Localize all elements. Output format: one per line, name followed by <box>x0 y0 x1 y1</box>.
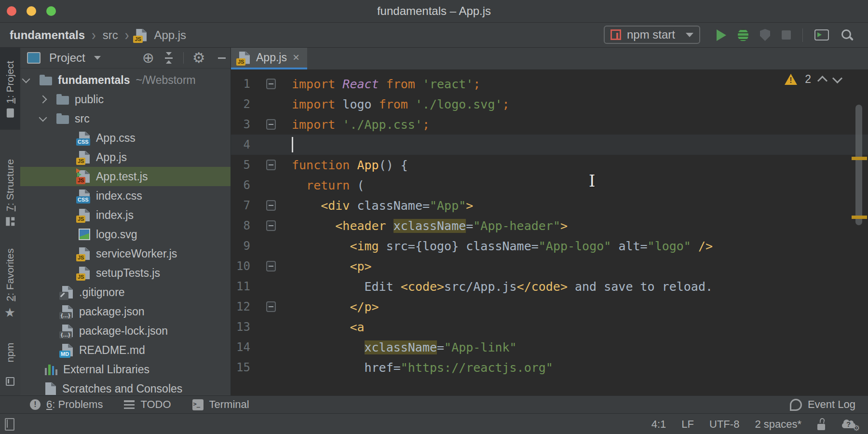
warning-stripe-mark[interactable] <box>852 216 867 219</box>
cloud-settings-icon[interactable]: ?⚙ <box>842 418 858 431</box>
close-tab-icon[interactable]: × <box>293 52 299 63</box>
breadcrumb: fundamentals › src › JS App.js <box>10 23 186 47</box>
chevron-down-icon[interactable] <box>94 56 101 60</box>
code-line-7[interactable]: 7 <div className="App"> <box>231 195 868 216</box>
tool-window-button-misc[interactable] <box>0 372 20 391</box>
tree-row-app-test-js[interactable]: JSApp.test.js <box>20 167 231 186</box>
chevron-down-icon[interactable] <box>22 75 30 83</box>
tree-row-fundamentals[interactable]: fundamentals~/Webstorm <box>20 70 231 90</box>
editor-scrollbar[interactable] <box>855 105 862 225</box>
debug-button[interactable] <box>738 29 748 41</box>
tree-row-index-js[interactable]: JSindex.js <box>20 205 231 225</box>
tree-row-readme-md[interactable]: MDREADME.md <box>20 340 231 360</box>
title-bar[interactable]: fundamentals – App.js <box>0 0 868 23</box>
line-separator[interactable]: LF <box>681 418 694 431</box>
collapse-all-icon[interactable] <box>163 52 175 64</box>
tree-row-logo-svg[interactable]: logo.svg <box>20 225 231 244</box>
fold-marker-icon[interactable] <box>266 160 276 170</box>
next-warning-icon[interactable] <box>832 73 842 83</box>
code-text: xclassName="App-link" <box>292 340 517 354</box>
status-bar-widgets: 4:1 LF UTF-8 2 spaces* ?⚙ <box>651 418 858 431</box>
breadcrumb-project[interactable]: fundamentals <box>10 28 85 42</box>
tool-window-button-todo[interactable]: TODO <box>124 398 171 411</box>
structure-icon <box>6 217 14 226</box>
locate-file-icon[interactable]: ⊕ <box>142 51 154 65</box>
tool-window-toggle-icon[interactable] <box>5 418 14 431</box>
line-number: 10 <box>231 259 250 273</box>
line-number: 15 <box>231 361 250 374</box>
tab-appjs[interactable]: JS App.js × <box>231 48 307 69</box>
run-anything-button[interactable] <box>814 29 829 41</box>
line-number: 11 <box>231 280 250 293</box>
tree-row-src[interactable]: src <box>20 109 231 128</box>
code-line-9[interactable]: 9 <img src={logo} className="App-logo" a… <box>231 236 868 256</box>
line-number: 4 <box>231 138 250 151</box>
project-icon <box>7 108 14 118</box>
code-line-11[interactable]: 11 Edit <code>src/App.js</code> and save… <box>231 276 868 297</box>
tree-row-app-css[interactable]: CSSApp.css <box>20 128 231 148</box>
code-line-3[interactable]: 3import './App.css'; <box>231 114 868 135</box>
tool-window-button-favorites[interactable]: ★2: Favorites <box>0 240 20 326</box>
chevron-down-icon[interactable] <box>39 114 47 122</box>
folder-icon <box>40 77 52 85</box>
run-button[interactable] <box>717 29 726 41</box>
previous-warning-icon[interactable] <box>817 76 827 86</box>
tree-item-label: External Libraries <box>63 363 149 376</box>
tool-window-button-project[interactable]: 1: Project <box>0 48 20 130</box>
hide-panel-icon[interactable] <box>218 57 226 59</box>
breadcrumb-file[interactable]: App.js <box>154 28 186 42</box>
code-line-14[interactable]: 14 xclassName="App-link" <box>231 337 868 357</box>
tree-row-public[interactable]: public <box>20 90 231 109</box>
tool-window-button-problems[interactable]: 6: Problems <box>30 398 103 411</box>
unlock-icon[interactable] <box>817 418 827 431</box>
tree-row-app-js[interactable]: JSApp.js <box>20 148 231 167</box>
indent-style[interactable]: 2 spaces* <box>755 418 801 431</box>
code-line-6[interactable]: 6 return ( <box>231 175 868 195</box>
chevron-right-icon[interactable] <box>39 95 47 104</box>
code-area[interactable]: 1import React from 'react';2import logo … <box>231 69 868 378</box>
fold-marker-icon[interactable] <box>266 261 276 271</box>
terminal-icon <box>192 399 203 410</box>
fold-marker-icon[interactable] <box>266 119 276 130</box>
code-line-15[interactable]: 15 href="https://reactjs.org" <box>231 357 868 378</box>
tree-row-package-lock-json[interactable]: {…}package-lock.json <box>20 321 231 340</box>
gear-icon[interactable]: ⚙ <box>192 51 205 65</box>
code-line-12[interactable]: 12 </p> <box>231 297 868 317</box>
code-line-8[interactable]: 8 <header xclassName="App-header"> <box>231 216 868 236</box>
tool-window-button-terminal[interactable]: Terminal <box>192 398 249 411</box>
caret-position[interactable]: 4:1 <box>651 418 666 431</box>
fold-marker-icon[interactable] <box>266 200 276 211</box>
tree-row-serviceworker-js[interactable]: JSserviceWorker.js <box>20 244 231 263</box>
project-panel-header: Project ⊕ ⚙ <box>20 48 231 68</box>
tree-row-setuptests-js[interactable]: JSsetupTests.js <box>20 263 231 283</box>
code-line-4[interactable]: 4 <box>231 135 868 155</box>
folder-icon <box>56 115 69 124</box>
inspection-widget[interactable]: 2 <box>785 73 841 86</box>
search-everywhere-button[interactable] <box>841 28 854 42</box>
fold-marker-icon[interactable] <box>266 79 276 89</box>
code-line-1[interactable]: 1import React from 'react'; <box>231 74 868 94</box>
run-configuration-selector[interactable]: npm start <box>604 26 700 44</box>
code-line-5[interactable]: 5function App() { <box>231 155 868 175</box>
project-tree: fundamentals~/WebstormpublicsrcCSSApp.cs… <box>20 70 231 395</box>
breadcrumb-src[interactable]: src <box>103 28 118 42</box>
tool-window-button-npm[interactable]: npm <box>0 333 20 372</box>
tool-window-button-event-log[interactable]: Event Log <box>790 398 855 411</box>
fold-marker-icon[interactable] <box>266 301 276 312</box>
tree-row-scratches-and-consoles[interactable]: Scratches and Consoles <box>20 379 231 395</box>
run-with-coverage-button[interactable] <box>760 29 770 41</box>
tree-row-external-libraries[interactable]: External Libraries <box>20 360 231 379</box>
tree-row-index-css[interactable]: CSSindex.css <box>20 186 231 205</box>
code-line-13[interactable]: 13 <a <box>231 317 868 337</box>
warning-stripe-mark[interactable] <box>852 157 867 160</box>
code-text: </p> <box>292 300 379 314</box>
tool-window-button-structure[interactable]: 7: Structure <box>0 147 20 238</box>
panel-title[interactable]: Project <box>49 51 85 65</box>
code-line-2[interactable]: 2import logo from './logo.svg'; <box>231 94 868 114</box>
file-encoding[interactable]: UTF-8 <box>709 418 739 431</box>
tree-row--gitignore[interactable]: .gitignore <box>20 283 231 302</box>
code-line-10[interactable]: 10 <p> <box>231 256 868 276</box>
stop-button <box>782 30 791 40</box>
fold-marker-icon[interactable] <box>266 220 276 231</box>
tree-row-package-json[interactable]: {…}package.json <box>20 302 231 321</box>
